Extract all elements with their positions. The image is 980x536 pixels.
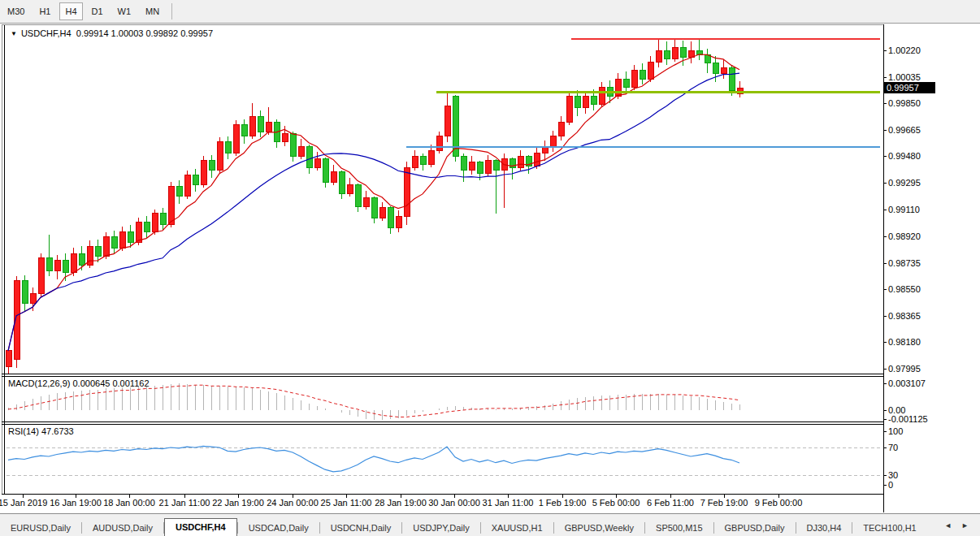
rsi-axis-tick (883, 447, 887, 448)
bull-candle-body (583, 96, 588, 107)
bull-candle-body (119, 232, 125, 248)
rsi-line (8, 446, 739, 472)
bull-candle-body (54, 261, 60, 270)
bear-candle-body (95, 246, 101, 256)
price-axis-label: 0.97995 (888, 364, 921, 374)
date-axis-label: 9 Feb 00:00 (755, 498, 803, 508)
symbol-dropdown-icon[interactable]: ▼ (11, 30, 17, 37)
rsi-canvas[interactable] (5, 425, 883, 494)
bull-candle-body (534, 153, 540, 166)
rsi-axis-label: 0 (888, 480, 893, 490)
tab-usdcnh-daily[interactable]: USDCNH,Daily (320, 520, 402, 536)
bull-candle-body (103, 236, 109, 257)
bear-candle-body (225, 142, 231, 153)
bull-candle-body (444, 106, 450, 136)
tab-usdcad-daily[interactable]: USDCAD,Daily (238, 520, 319, 536)
date-axis-label: 18 Jan 00:00 (103, 498, 155, 508)
bear-candle-body (591, 96, 596, 105)
date-axis-label: 31 Jan 11:00 (483, 498, 534, 508)
timeframe-button-mn[interactable]: MN (140, 2, 165, 20)
timeframe-button-m30[interactable]: M30 (2, 2, 30, 20)
bull-candle-body (428, 150, 434, 165)
tab-gbpusd-daily[interactable]: GBPUSD,Daily (714, 520, 796, 536)
date-axis-label: 24 Jan 00:00 (267, 498, 319, 508)
bull-candle-body (14, 281, 20, 360)
bear-candle-body (79, 253, 85, 265)
bull-candle-body (282, 133, 288, 142)
price-axis-label: 1.00035 (888, 72, 921, 82)
macd-axis-tick (883, 410, 887, 411)
bear-candle-body (575, 96, 580, 107)
tab-scroll-left-icon[interactable]: ◄ (939, 521, 956, 530)
bear-candle-body (144, 222, 150, 231)
bear-candle-body (306, 146, 312, 167)
macd-value: 0.000645 (72, 378, 110, 388)
price-axis-label: 0.99850 (888, 98, 921, 108)
price-axis-label: 0.98920 (888, 231, 921, 241)
bull-candle-body (672, 47, 678, 58)
date-axis-label: 1 Feb 19:00 (539, 498, 587, 508)
price-axis-tick (883, 263, 887, 264)
macd-axis-tick (883, 419, 887, 420)
bull-candle-body (485, 161, 491, 174)
timeframe-button-w1[interactable]: W1 (112, 2, 137, 20)
price-axis-tick (883, 130, 887, 131)
bear-candle-body (323, 159, 328, 182)
bull-candle-body (412, 156, 418, 167)
bull-candle-body (396, 216, 401, 227)
date-axis-label: 30 Jan 00:00 (428, 498, 480, 508)
tab-usdchf-h4[interactable]: USDCHF,H4 (164, 518, 237, 536)
date-axis-label: 6 Feb 11:00 (647, 498, 694, 508)
date-axis-label: 22 Jan 19:00 (212, 498, 264, 508)
chart-title: ▼USDCHF,H4 0.99914 1.00003 0.99892 0.999… (11, 28, 213, 38)
price-axis-tick (883, 236, 887, 237)
tab-usdjpy-daily[interactable]: USDJPY,Daily (402, 520, 480, 536)
timeframe-toolbar: M30H1H4D1W1MN (0, 0, 980, 24)
macd-indicator-label: MACD(12,26,9) 0.000645 0.001162 (8, 378, 150, 388)
bull-candle-body (184, 175, 190, 196)
candles (6, 39, 743, 374)
macd-axis-label: -0.001125 (888, 414, 928, 424)
bear-candle-body (63, 261, 68, 272)
price-axis-tick (883, 210, 887, 210)
bull-candle-body (436, 136, 442, 151)
price-axis[interactable]: 1.002201.000350.998500.996650.994800.992… (884, 24, 978, 512)
price-axis-label: 0.99295 (888, 178, 921, 188)
main-chart-canvas[interactable] (5, 24, 883, 374)
window-left-border-outer (2, 24, 2, 512)
rsi-axis-tick (883, 485, 887, 486)
date-axis-label: 28 Jan 19:00 (375, 498, 427, 508)
tab-eurusd-daily[interactable]: EURUSD,Daily (0, 520, 81, 536)
bull-candle-body (721, 67, 726, 73)
bull-candle-body (518, 156, 523, 167)
price-axis-label: 0.98550 (888, 284, 921, 294)
tab-sp500-m15[interactable]: SP500,M15 (645, 520, 713, 536)
tab-xauusd-h1[interactable]: XAUUSD,H1 (481, 520, 553, 536)
bear-candle-body (176, 186, 182, 196)
chart-ohlc-values: 0.99914 1.00003 0.99892 0.99957 (76, 28, 213, 38)
tab-dj30-h4[interactable]: DJ30,H4 (796, 520, 852, 536)
price-axis-label: 1.00220 (888, 45, 921, 55)
bull-candle-body (233, 125, 239, 153)
price-axis-label: 0.98365 (888, 311, 921, 321)
timeframe-button-h4[interactable]: H4 (59, 2, 82, 20)
tab-gbpusd-weekly[interactable]: GBPUSD,Weekly (554, 520, 644, 536)
bear-candle-body (111, 236, 117, 248)
tab-scroll-right-icon[interactable]: ► (956, 521, 973, 530)
timeframe-button-d1[interactable]: D1 (86, 2, 109, 20)
tab-scroll-arrows: ◄► (939, 514, 980, 536)
date-axis[interactable]: 15 Jan 201916 Jan 19:0018 Jan 00:0021 Ja… (0, 495, 883, 512)
bear-candle-body (193, 175, 198, 184)
macd-axis-tick (883, 383, 887, 384)
timeframe-button-h1[interactable]: H1 (33, 2, 56, 20)
bear-candle-body (640, 71, 645, 80)
tab-audusd-daily[interactable]: AUDUSD,Daily (82, 520, 163, 536)
tab-tech100-h1[interactable]: TECH100,H1 (852, 520, 926, 536)
bear-candle-body (355, 185, 361, 206)
rsi-axis-tick (883, 431, 887, 432)
bull-candle-body (30, 294, 36, 304)
macd-axis-label: 0.003107 (888, 378, 926, 388)
bear-candle-body (160, 214, 166, 225)
bear-candle-body (680, 47, 686, 57)
bull-candle-body (136, 222, 141, 242)
